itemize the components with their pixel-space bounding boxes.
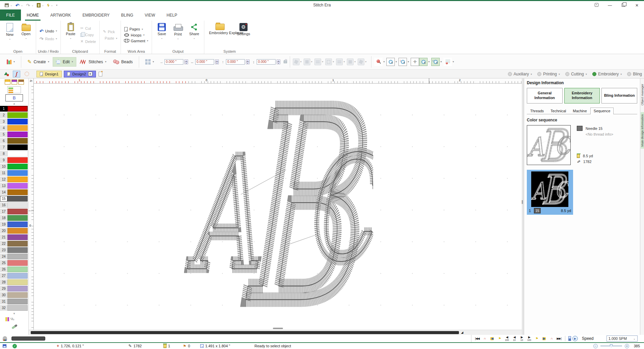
color-swatch[interactable] <box>7 222 28 227</box>
create-button[interactable]: ✎ Create▾ <box>24 56 53 67</box>
playback-fwd-10-button[interactable]: ▶10 <box>519 336 525 341</box>
playback-next-color-button[interactable]: ∩ <box>548 337 555 340</box>
pos-x-field[interactable]: →▲▼ <box>159 59 188 65</box>
palette-scroll-down-icon[interactable]: ▼ <box>0 312 28 315</box>
artwork-objects-button[interactable] <box>3 71 10 77</box>
customize-toolbar-icon[interactable]: ▾ <box>56 4 57 7</box>
color-swatch[interactable] <box>7 209 28 214</box>
mode-radio-icon[interactable] <box>565 72 569 76</box>
playback-back-100-button[interactable]: ◀100 <box>504 336 510 341</box>
palette-color-10[interactable]: 10 <box>0 163 29 170</box>
edit-button[interactable]: Edit▾ <box>53 57 77 67</box>
palette-color-8[interactable]: 8 <box>0 150 29 157</box>
zoom-out-button[interactable]: − <box>593 344 598 348</box>
palette-color-31[interactable]: 31 <box>0 298 29 305</box>
macro-dropdown-icon[interactable]: ⌄ <box>51 4 53 7</box>
palette-set-icon[interactable] <box>5 79 10 85</box>
design-tab-design2[interactable]: Design2✕ <box>64 71 96 77</box>
zoom-page-button[interactable] <box>386 58 395 66</box>
color-swatch[interactable] <box>7 266 28 272</box>
garment-button[interactable]: Garment▾ <box>124 39 148 43</box>
fullscreen-button[interactable] <box>594 3 599 8</box>
color-swatch[interactable] <box>7 125 28 131</box>
color-swatch[interactable] <box>7 254 28 259</box>
minimize-button[interactable]: — <box>608 3 612 8</box>
thread-key-icon[interactable] <box>3 336 7 341</box>
eyedropper-icon[interactable] <box>11 324 18 329</box>
color-swatch[interactable] <box>7 241 28 247</box>
color-swatch[interactable] <box>7 189 28 195</box>
color-swatch[interactable] <box>7 260 28 266</box>
playback-prev-object-button[interactable]: ◀ <box>489 337 495 340</box>
color-swatch[interactable] <box>7 279 28 285</box>
mode-auxiliary[interactable]: Auxiliary▾ <box>508 72 532 76</box>
palette-set-icon[interactable] <box>11 79 17 85</box>
playback-prev-mark-button[interactable]: ⚑ <box>496 337 503 340</box>
palette-color-23[interactable]: 23 <box>0 247 29 253</box>
color-swatch[interactable] <box>7 273 28 279</box>
save-dropdown-icon[interactable]: ⌄ <box>10 4 12 7</box>
color-swatch[interactable] <box>7 183 28 189</box>
palette-color-19[interactable]: 19 <box>0 221 29 228</box>
height-stepper[interactable]: ▲▼ <box>277 60 280 64</box>
scrollbar-thumb[interactable] <box>31 331 459 334</box>
new-design-tab-icon[interactable] <box>99 72 102 76</box>
zoom-slider-knob[interactable] <box>610 344 613 347</box>
mode-bling[interactable]: Bling <box>627 72 642 76</box>
palette-color-24[interactable]: 24 <box>0 253 29 260</box>
ribbon-tab-view[interactable]: VIEW <box>139 9 161 21</box>
thread-swatch[interactable] <box>577 126 583 131</box>
palette-color-11[interactable]: 11 <box>0 170 29 176</box>
color-swatch[interactable] <box>7 234 28 240</box>
color-swatch[interactable] <box>7 196 28 202</box>
tab-threads[interactable]: Threads <box>527 108 547 114</box>
pos-y-stepper[interactable]: ▲▼ <box>246 60 250 64</box>
reference-grid-button[interactable]: ▾ <box>142 57 157 67</box>
ribbon-tab-help[interactable]: HELP <box>161 9 183 21</box>
save-icon[interactable] <box>5 3 9 7</box>
print-button[interactable]: Print⌄ <box>172 22 184 41</box>
mode-cutting[interactable]: Cutting▾ <box>565 72 587 76</box>
width-field[interactable]: ↔▲▼ <box>190 59 219 65</box>
tab-technical[interactable]: Technical <box>547 108 569 114</box>
lock-proportions-icon[interactable] <box>284 61 287 63</box>
color-swatch[interactable] <box>7 112 28 118</box>
ribbon-tab-bling[interactable]: BLING <box>115 9 139 21</box>
playback-fwd-100-button[interactable]: ▶100 <box>526 336 532 341</box>
restore-button[interactable] <box>621 3 626 8</box>
stitches-button[interactable]: Stitches▾ <box>76 57 110 67</box>
palette-color-15[interactable]: 15 <box>0 195 29 202</box>
zoom-slider[interactable] <box>600 346 622 346</box>
playback-back-10-button[interactable]: ◀10 <box>511 336 517 341</box>
speed-combobox[interactable]: 1.000 SPM⌄ <box>607 335 638 342</box>
palette-color-29[interactable]: 29 <box>0 285 29 292</box>
pos-y-field[interactable]: ↑▲▼ <box>221 59 250 65</box>
palette-scroll-up-icon[interactable]: ▲ <box>0 102 28 105</box>
new-button[interactable]: New⌄ <box>3 22 16 41</box>
close-button[interactable]: ✕ <box>635 3 639 8</box>
speed-slider-icon[interactable] <box>568 336 571 341</box>
color-sequence-entry-selected[interactable]: AABBCC 1 15 8.5 yd <box>527 170 573 215</box>
tab-sequence[interactable]: Sequence <box>590 108 614 114</box>
color-swatch[interactable] <box>7 164 28 169</box>
color-swatch[interactable] <box>7 138 28 144</box>
color-swatch[interactable] <box>7 151 28 157</box>
undo-button[interactable]: ↶ Undo▾ <box>40 28 57 34</box>
design-canvas[interactable]: AABBCC <box>34 84 522 330</box>
palette-color-22[interactable]: 22 <box>0 240 29 247</box>
needle-number-swatch[interactable]: 15 <box>534 208 541 213</box>
playback-go-first-button[interactable]: |◀◀ <box>474 337 480 340</box>
playback-next-object-button[interactable]: ▶ <box>541 337 547 340</box>
zoom-height-button[interactable]: ↕ <box>398 58 407 66</box>
playback-prev-color-button[interactable]: ∩ <box>482 337 488 340</box>
play-button[interactable]: ▶ <box>572 336 578 341</box>
save-output-button[interactable]: Save⌄ <box>155 22 168 40</box>
palette-color-4[interactable]: 4 <box>0 125 29 131</box>
palette-color-3[interactable]: 3 <box>0 118 29 125</box>
pan-button[interactable]: ✛ <box>411 58 419 66</box>
height-field[interactable]: ↕▲▼ <box>252 59 280 65</box>
palette-color-16[interactable]: 16 <box>0 202 29 208</box>
embroidery-information-button[interactable]: Embroidery Information <box>564 88 600 103</box>
palette-color-9[interactable]: 9 <box>0 157 29 163</box>
hoops-button[interactable]: Hoops▾ <box>124 33 148 37</box>
